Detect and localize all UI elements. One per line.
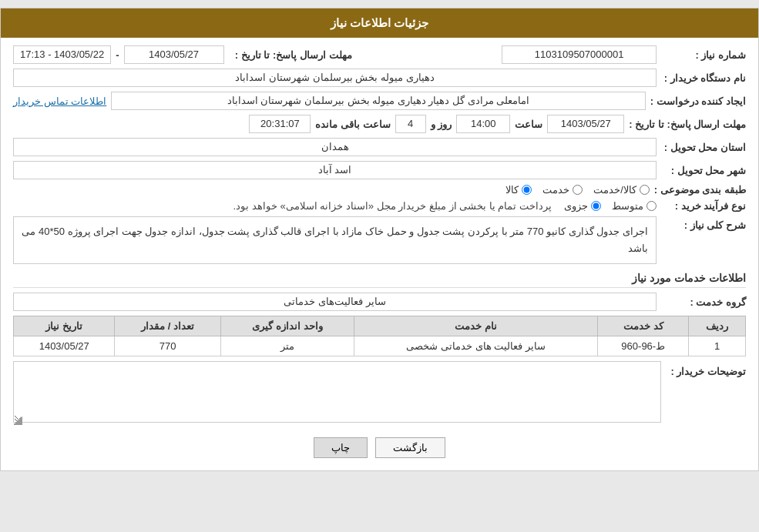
cell-radif: 1	[689, 336, 746, 356]
cell-tedad: 770	[115, 336, 220, 356]
noeFarayand-label: نوع فرآیند خرید :	[661, 200, 746, 212]
row-noeFarayand: نوع فرآیند خرید : متوسط جزوی پرداخت تمام…	[13, 200, 746, 212]
namdastgah-label: نام دستگاه خریدار :	[661, 72, 746, 84]
table-body: 1 ط-96-960 سایر فعالیت های خدماتی شخصی م…	[14, 336, 746, 356]
radio-kala-label: کالا	[505, 184, 519, 196]
header-title: جزئیات اطلاعات نیاز	[331, 16, 428, 29]
ostan-value: همدان	[13, 138, 657, 156]
tarikh-value: 1403/05/27	[124, 45, 224, 64]
etelaatTamas-link[interactable]: اطلاعات تماس خریدار	[13, 95, 106, 107]
tarikh-date-label: 1403/05/22 - 17:13	[13, 45, 111, 64]
page-wrapper: جزئیات اطلاعات نیاز شماره نیاز : 1103109…	[0, 8, 759, 471]
saat-value: 14:00	[456, 115, 510, 133]
shahr-label: شهر محل تحویل :	[661, 165, 746, 176]
mande-value: 20:31:07	[249, 115, 311, 133]
radio-jozvi-label: جزوی	[564, 200, 588, 212]
tozihat-section: توضیحات خریدار :	[13, 361, 746, 425]
ejadkonande-value: امامعلی مرادی گل دهیار دهیاری میوله بخش …	[111, 92, 646, 110]
mande-label: ساعت باقی مانده	[315, 119, 390, 130]
table-row: 1 ط-96-960 سایر فعالیت های خدماتی شخصی م…	[14, 336, 746, 356]
row-shomareNiaz: شماره نیاز : 1103109507000001 مهلت ارسال…	[13, 45, 746, 64]
row-namdastgah: نام دستگاه خریدار : دهیاری میوله بخش بیر…	[13, 69, 746, 87]
radio-kalaKhedmat[interactable]	[640, 185, 650, 195]
sharhKolli-value: اجرای جدول گذاری کانیو 770 متر با پرکردن…	[13, 216, 657, 264]
mohlatErsal-tarikh: 1403/05/27	[547, 115, 624, 133]
grohKhedmat-value: سایر فعالیت‌های خدماتی	[13, 293, 657, 311]
ostan-label: استان محل تحویل :	[661, 142, 746, 153]
radio-kala[interactable]	[522, 185, 532, 195]
row-grohKhedmat: گروه خدمت : سایر فعالیت‌های خدماتی	[13, 293, 746, 311]
khadamat-section-title: اطلاعات خدمات مورد نیاز	[13, 272, 746, 288]
col-nam: نام خدمت	[354, 316, 598, 336]
row-ostan: استان محل تحویل : همدان	[13, 138, 746, 156]
tabaqeh-radios: کالا/خدمت خدمت کالا	[505, 184, 650, 196]
cell-nam: سایر فعالیت های خدماتی شخصی	[354, 336, 598, 356]
radio-kala-item: کالا	[505, 184, 532, 196]
col-kod: کد خدمت	[598, 316, 689, 336]
grohKhedmat-label: گروه خدمت :	[661, 296, 746, 308]
row-tabaqeh: طبقه بندی موضوعی : کالا/خدمت خدمت کالا	[13, 184, 746, 196]
radio-khedmat-label: خدمت	[542, 184, 569, 196]
tarikh-label: مهلت ارسال پاسخ: تا تاریخ :	[229, 49, 352, 61]
table-head: ردیف کد خدمت نام خدمت واحد اندازه گیری ت…	[14, 316, 746, 336]
roz-value: 4	[395, 115, 426, 133]
table-header-row: ردیف کد خدمت نام خدمت واحد اندازه گیری ت…	[14, 316, 746, 336]
radio-kalaKhedmat-label: کالا/خدمت	[593, 184, 636, 196]
saat-dash: -	[116, 49, 119, 61]
farayand-text: پرداخت تمام یا بخشی از مبلغ خریدار مجل «…	[233, 200, 552, 212]
shomareNiaz-label: شماره نیاز :	[661, 49, 746, 61]
ejadkonande-label: ایجاد کننده درخواست :	[650, 95, 746, 107]
namdastgah-value: دهیاری میوله بخش بیرسلمان شهرستان اسدابا…	[13, 69, 657, 87]
cell-vahed: متر	[220, 336, 354, 356]
farayand-radios: متوسط جزوی	[564, 200, 657, 212]
col-tedad: تعداد / مقدار	[115, 316, 220, 336]
services-table: ردیف کد خدمت نام خدمت واحد اندازه گیری ت…	[13, 316, 746, 356]
col-vahed: واحد اندازه گیری	[220, 316, 354, 336]
content-area: شماره نیاز : 1103109507000001 مهلت ارسال…	[1, 38, 758, 470]
back-button[interactable]: بازگشت	[375, 437, 445, 458]
resize-handle	[13, 416, 22, 425]
sharhKolli-label: شرح کلی نیاز :	[661, 216, 746, 231]
cell-tarikh: 1403/05/27	[14, 336, 115, 356]
radio-motavasset-item: متوسط	[612, 200, 657, 212]
col-tarikh: تاریخ نیاز	[14, 316, 115, 336]
saat-label: ساعت	[515, 119, 542, 130]
row-shahr: شهر محل تحویل : اسد آباد	[13, 161, 746, 179]
radio-motavasset[interactable]	[646, 201, 657, 211]
tabaqeh-label: طبقه بندی موضوعی :	[654, 184, 746, 196]
row-sharhKolli: شرح کلی نیاز : اجرای جدول گذاری کانیو 77…	[13, 216, 746, 264]
shomareNiaz-value: 1103109507000001	[502, 45, 657, 64]
col-radif: ردیف	[689, 316, 746, 336]
shahr-value: اسد آباد	[13, 161, 657, 179]
radio-jozvi-item: جزوی	[564, 200, 601, 212]
btn-row: بازگشت چاپ	[13, 437, 746, 458]
tozihat-content	[13, 361, 661, 425]
mohlatErsal-label: مهلت ارسال پاسخ: تا تاریخ :	[629, 119, 746, 130]
radio-khedmat-item: خدمت	[542, 184, 583, 196]
tozihat-textarea[interactable]	[13, 361, 661, 423]
radio-motavasset-label: متوسط	[612, 200, 643, 212]
roz-label: روز و	[431, 119, 452, 130]
row-mohlatErsal: مهلت ارسال پاسخ: تا تاریخ : 1403/05/27 س…	[13, 115, 746, 133]
print-button[interactable]: چاپ	[314, 437, 368, 458]
radio-jozvi[interactable]	[591, 201, 601, 211]
row-ejadkonande: ایجاد کننده درخواست : امامعلی مرادی گل د…	[13, 92, 746, 110]
page-header: جزئیات اطلاعات نیاز	[1, 8, 758, 38]
radio-kalaKhedmat-item: کالا/خدمت	[593, 184, 650, 196]
radio-khedmat[interactable]	[573, 185, 583, 195]
tozihat-label: توضیحات خریدار :	[669, 361, 746, 377]
cell-kod: ط-96-960	[598, 336, 689, 356]
